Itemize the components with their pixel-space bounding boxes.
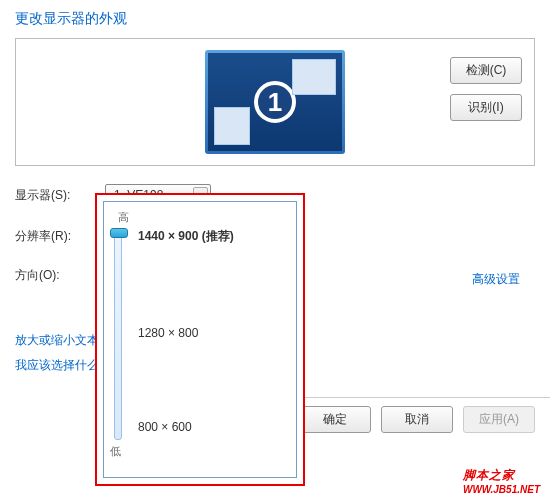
resolution-slider-thumb[interactable] — [110, 228, 128, 238]
identify-button[interactable]: 识别(I) — [450, 94, 522, 121]
watermark-text: 脚本之家 — [463, 468, 515, 482]
resolution-option-2[interactable]: 1280 × 800 — [138, 326, 198, 340]
monitor-number: 1 — [268, 87, 282, 118]
resolution-slider-popup: 高 1440 × 900 (推荐) 1280 × 800 800 × 600 低 — [95, 193, 305, 486]
resolution-label: 分辨率(R): — [15, 228, 105, 245]
slider-high-label: 高 — [118, 210, 288, 225]
taskbar-icon — [214, 107, 250, 145]
detect-button[interactable]: 检测(C) — [450, 57, 522, 84]
monitor-thumbnail[interactable]: 1 — [205, 50, 345, 154]
display-label: 显示器(S): — [15, 187, 105, 204]
watermark: 脚本之家 WWW.JB51.NET — [463, 465, 540, 495]
window-icon — [292, 59, 336, 95]
ok-button[interactable]: 确定 — [299, 406, 371, 433]
watermark-url: WWW.JB51.NET — [463, 484, 540, 495]
orientation-label: 方向(O): — [15, 267, 105, 284]
resolution-slider-track[interactable] — [114, 230, 122, 440]
apply-button: 应用(A) — [463, 406, 535, 433]
slider-low-label: 低 — [110, 444, 121, 459]
resolution-option-1[interactable]: 1440 × 900 (推荐) — [138, 228, 234, 245]
cancel-button[interactable]: 取消 — [381, 406, 453, 433]
resolution-option-3[interactable]: 800 × 600 — [138, 420, 192, 434]
page-title: 更改显示器的外观 — [15, 10, 535, 28]
advanced-settings-link[interactable]: 高级设置 — [472, 271, 520, 288]
display-preview-panel: 1 检测(C) 识别(I) — [15, 38, 535, 166]
separator — [296, 397, 550, 398]
